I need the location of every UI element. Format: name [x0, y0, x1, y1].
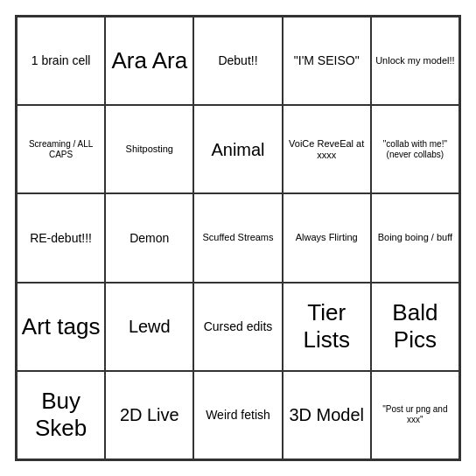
- bingo-cell-r1c0: Screaming / ALL CAPS: [17, 105, 105, 193]
- bingo-cell-r3c2: Cursed edits: [193, 283, 282, 371]
- bingo-cell-r0c1: Ara Ara: [105, 17, 193, 105]
- bingo-cell-r4c4: "Post ur png and xxx": [371, 371, 459, 459]
- cell-text-r0c0: 1 brain cell: [21, 53, 101, 68]
- cell-text-r1c4: "collab with me!" (never collabs): [375, 139, 455, 160]
- cell-text-r4c2: Weird fetish: [198, 408, 277, 423]
- cell-text-r3c3: Tier Lists: [287, 299, 367, 354]
- cell-text-r2c3: Always Flirting: [287, 232, 367, 243]
- bingo-cell-r2c2: Scuffed Streams: [193, 193, 282, 282]
- cell-text-r2c1: Demon: [109, 231, 189, 246]
- bingo-cell-r3c1: Lewd: [105, 283, 193, 371]
- bingo-cell-r0c3: "I'M SEISO": [283, 17, 371, 105]
- cell-text-r3c2: Cursed edits: [198, 319, 277, 334]
- bingo-cell-r1c3: VoiCe ReveEal at xxxx: [283, 105, 371, 193]
- bingo-cell-r0c2: Debut!!: [193, 17, 282, 105]
- bingo-cell-r4c3: 3D Model: [283, 371, 371, 459]
- bingo-cell-r4c0: Buy Skeb: [17, 371, 105, 459]
- cell-text-r1c1: Shitposting: [109, 144, 189, 155]
- cell-text-r1c0: Screaming / ALL CAPS: [21, 139, 101, 160]
- bingo-cell-r3c3: Tier Lists: [283, 283, 371, 371]
- cell-text-r0c1: Ara Ara: [109, 47, 189, 74]
- cell-text-r0c4: Unlock my model!!: [375, 55, 455, 66]
- bingo-cell-r0c4: Unlock my model!!: [371, 17, 459, 105]
- cell-text-r2c2: Scuffed Streams: [198, 232, 277, 243]
- bingo-cell-r4c1: 2D Live: [105, 371, 193, 459]
- cell-text-r4c3: 3D Model: [287, 404, 367, 425]
- cell-text-r3c0: Art tags: [21, 313, 101, 340]
- bingo-cell-r2c1: Demon: [105, 193, 193, 282]
- cell-text-r1c3: VoiCe ReveEal at xxxx: [287, 138, 367, 161]
- bingo-cell-r1c1: Shitposting: [105, 105, 193, 193]
- bingo-cell-r2c0: RE-debut!!!: [17, 193, 105, 282]
- bingo-cell-r2c4: Boing boing / buff: [371, 193, 459, 282]
- bingo-cell-r0c0: 1 brain cell: [17, 17, 105, 105]
- cell-text-r3c1: Lewd: [109, 316, 189, 337]
- cell-text-r2c0: RE-debut!!!: [21, 231, 101, 246]
- bingo-cell-r4c2: Weird fetish: [193, 371, 282, 459]
- cell-text-r4c1: 2D Live: [109, 404, 189, 425]
- bingo-board: 1 brain cellAra AraDebut!!"I'M SEISO"Unl…: [15, 15, 461, 461]
- cell-text-r1c2: Animal: [198, 139, 277, 160]
- bingo-cell-r3c0: Art tags: [17, 283, 105, 371]
- cell-text-r4c4: "Post ur png and xxx": [375, 404, 455, 425]
- bingo-cell-r3c4: Bald Pics: [371, 283, 459, 371]
- cell-text-r4c0: Buy Skeb: [21, 388, 101, 442]
- bingo-cell-r1c4: "collab with me!" (never collabs): [371, 105, 459, 193]
- cell-text-r2c4: Boing boing / buff: [375, 232, 455, 243]
- bingo-cell-r2c3: Always Flirting: [283, 193, 371, 282]
- cell-text-r0c2: Debut!!: [198, 53, 277, 68]
- bingo-cell-r1c2: Animal: [193, 105, 282, 193]
- cell-text-r0c3: "I'M SEISO": [287, 53, 367, 68]
- cell-text-r3c4: Bald Pics: [375, 299, 455, 354]
